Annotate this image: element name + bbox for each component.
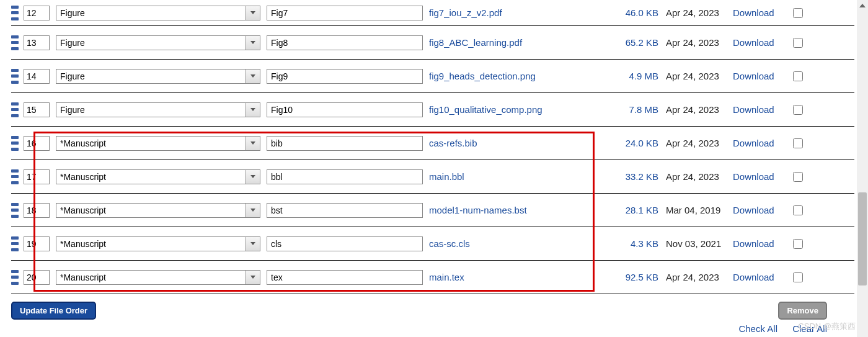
table-row: *Manuscript main.tex 92.5 KB Apr 24, 202… <box>11 261 854 294</box>
select-checkbox[interactable] <box>789 138 807 148</box>
scrollbar[interactable] <box>857 0 868 337</box>
drag-handle-icon[interactable] <box>11 203 19 218</box>
description-input[interactable] <box>267 102 423 117</box>
drag-handle-icon[interactable] <box>11 102 19 117</box>
filename-link[interactable]: fig7_iou_z_v2.pdf <box>429 7 615 18</box>
select-checkbox[interactable] <box>789 205 807 215</box>
scroll-up-icon[interactable] <box>857 0 868 11</box>
description-input[interactable] <box>267 203 423 218</box>
chevron-down-icon[interactable] <box>245 237 260 251</box>
type-select[interactable]: *Manuscript <box>56 236 260 251</box>
file-date: Apr 24, 2023 <box>666 138 728 148</box>
type-select-value: *Manuscript <box>56 171 245 183</box>
order-input[interactable] <box>24 35 50 50</box>
update-file-order-button[interactable]: Update File Order <box>11 302 96 320</box>
drag-handle-icon[interactable] <box>11 236 19 251</box>
chevron-down-icon[interactable] <box>245 170 260 184</box>
description-input[interactable] <box>267 169 423 184</box>
order-input[interactable] <box>24 236 50 251</box>
drag-handle-icon[interactable] <box>11 6 19 20</box>
type-select[interactable]: Figure <box>56 69 260 84</box>
download-link[interactable]: Download <box>733 71 782 81</box>
drag-handle-icon[interactable] <box>11 136 19 151</box>
table-row: Figure fig7_iou_z_v2.pdf 46.0 KB Apr 24,… <box>11 0 854 26</box>
type-select[interactable]: Figure <box>56 35 260 50</box>
type-select[interactable]: Figure <box>56 102 260 117</box>
order-input[interactable] <box>24 270 50 285</box>
select-checkbox[interactable] <box>789 172 807 182</box>
order-input[interactable] <box>24 6 50 20</box>
table-row: *Manuscript cas-refs.bib 24.0 KB Apr 24,… <box>11 127 854 160</box>
type-select[interactable]: *Manuscript <box>56 270 260 285</box>
type-select[interactable]: *Manuscript <box>56 203 260 218</box>
type-select[interactable]: Figure <box>56 6 260 20</box>
description-input[interactable] <box>267 270 423 285</box>
select-checkbox[interactable] <box>789 8 807 18</box>
filename-link[interactable]: model1-num-names.bst <box>429 205 615 215</box>
select-checkbox[interactable] <box>789 71 807 81</box>
order-input[interactable] <box>24 102 50 117</box>
drag-handle-icon[interactable] <box>11 270 19 285</box>
chevron-down-icon[interactable] <box>245 204 260 217</box>
chevron-down-icon[interactable] <box>245 271 260 284</box>
filename-link[interactable]: cas-refs.bib <box>429 138 615 148</box>
chevron-down-icon[interactable] <box>245 103 260 117</box>
drag-handle-icon[interactable] <box>11 69 19 84</box>
type-select-value: *Manuscript <box>56 204 245 217</box>
filename-link[interactable]: main.bbl <box>429 171 615 182</box>
remove-button[interactable]: Remove <box>778 302 827 320</box>
file-date: Mar 04, 2019 <box>666 205 728 215</box>
description-input[interactable] <box>267 69 423 84</box>
file-size: 92.5 KB <box>615 272 658 282</box>
table-row: Figure fig9_heads_detection.png 4.9 MB A… <box>11 60 854 93</box>
description-input[interactable] <box>267 236 423 251</box>
description-input[interactable] <box>267 6 423 20</box>
download-link[interactable]: Download <box>733 37 782 48</box>
download-link[interactable]: Download <box>733 138 782 148</box>
select-checkbox[interactable] <box>789 38 807 48</box>
download-link[interactable]: Download <box>733 7 782 18</box>
select-checkbox[interactable] <box>789 239 807 249</box>
drag-handle-icon[interactable] <box>11 169 19 184</box>
select-checkbox[interactable] <box>789 272 807 282</box>
order-input[interactable] <box>24 169 50 184</box>
scrollbar-thumb[interactable] <box>858 192 867 285</box>
table-row: Figure fig8_ABC_learning.pdf 65.2 KB Apr… <box>11 26 854 60</box>
download-link[interactable]: Download <box>733 272 782 282</box>
chevron-down-icon[interactable] <box>245 137 260 150</box>
description-input[interactable] <box>267 35 423 50</box>
filename-link[interactable]: fig9_heads_detection.png <box>429 71 615 81</box>
file-size: 65.2 KB <box>615 37 658 48</box>
filename-link[interactable]: fig10_qualitative_comp.png <box>429 104 615 115</box>
file-date: Apr 24, 2023 <box>666 272 728 282</box>
order-input[interactable] <box>24 203 50 218</box>
download-link[interactable]: Download <box>733 238 782 249</box>
watermark: CSDN @燕策西 <box>798 321 856 332</box>
filename-link[interactable]: cas-sc.cls <box>429 238 615 249</box>
order-input[interactable] <box>24 136 50 151</box>
type-select-value: Figure <box>56 7 245 19</box>
chevron-down-icon[interactable] <box>245 70 260 83</box>
file-size: 7.8 MB <box>615 104 658 115</box>
file-size: 33.2 KB <box>615 171 658 182</box>
order-input[interactable] <box>24 69 50 84</box>
type-select[interactable]: *Manuscript <box>56 169 260 184</box>
type-select-value: *Manuscript <box>56 137 245 150</box>
download-link[interactable]: Download <box>733 171 782 182</box>
file-date: Apr 24, 2023 <box>666 7 728 18</box>
filename-link[interactable]: fig8_ABC_learning.pdf <box>429 37 615 48</box>
download-link[interactable]: Download <box>733 205 782 215</box>
type-select-value: *Manuscript <box>56 238 245 250</box>
chevron-down-icon[interactable] <box>245 36 260 50</box>
check-all-link[interactable]: Check All <box>738 323 777 334</box>
file-list-table: Figure fig7_iou_z_v2.pdf 46.0 KB Apr 24,… <box>11 0 854 294</box>
file-size: 46.0 KB <box>615 7 658 18</box>
download-link[interactable]: Download <box>733 104 782 115</box>
filename-link[interactable]: main.tex <box>429 272 615 282</box>
type-select[interactable]: *Manuscript <box>56 136 260 151</box>
type-select-value: *Manuscript <box>56 271 245 284</box>
select-checkbox[interactable] <box>789 105 807 115</box>
chevron-down-icon[interactable] <box>245 6 260 20</box>
drag-handle-icon[interactable] <box>11 35 19 50</box>
description-input[interactable] <box>267 136 423 151</box>
